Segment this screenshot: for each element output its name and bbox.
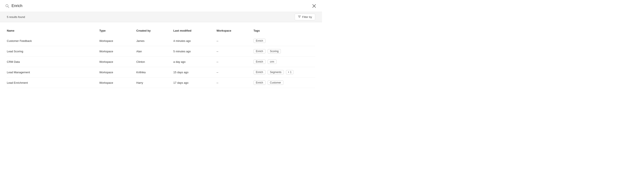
cell-type: Workspace — [99, 57, 136, 67]
cell-name: Lead Management — [7, 67, 99, 78]
results-bar: 5 results found Filter by — [0, 12, 322, 22]
search-icon — [5, 4, 10, 8]
cell-name: Lead Scoring — [7, 46, 99, 57]
cell-type: Workspace — [99, 46, 136, 57]
svg-line-1 — [8, 7, 9, 8]
cell-type: Workspace — [99, 78, 136, 88]
table-row[interactable]: Lead EnrichmentWorkspaceHarry17 days ago… — [7, 78, 315, 88]
cell-workspace: -- — [216, 36, 254, 46]
cell-created-by: James — [136, 36, 173, 46]
tag-badge[interactable]: Enrich — [254, 60, 266, 64]
close-button[interactable] — [311, 3, 317, 9]
table-row[interactable]: CRM DataWorkspaceClintona day ago--Enric… — [7, 57, 315, 67]
col-header-created: Created by — [136, 27, 173, 36]
cell-name: Customer Feedback — [7, 36, 99, 46]
filter-icon — [298, 15, 301, 19]
table-row[interactable]: Customer FeedbackWorkspaceJames4 minutes… — [7, 36, 315, 46]
cell-tags: Enrichcrm — [254, 57, 315, 67]
col-header-modified: Last modified — [173, 27, 216, 36]
col-header-type: Type — [99, 27, 136, 36]
cell-name: Lead Enrichment — [7, 78, 99, 88]
cell-workspace: -- — [216, 46, 254, 57]
cell-name: CRM Data — [7, 57, 99, 67]
tag-badge[interactable]: crm — [268, 60, 276, 64]
cell-tags: EnrichSegments+ 1 — [254, 67, 315, 78]
table-row[interactable]: Lead ScoringWorkspaceAlan5 minutes ago--… — [7, 46, 315, 57]
cell-workspace: -- — [216, 67, 254, 78]
cell-workspace: -- — [216, 57, 254, 67]
results-table: Name Type Created by Last modified Works… — [7, 27, 315, 88]
cell-last-modified: 15 days ago — [173, 67, 216, 78]
col-header-tags: Tags — [254, 27, 315, 36]
table-container: Name Type Created by Last modified Works… — [0, 22, 322, 95]
tag-badge[interactable]: Enrich — [254, 49, 266, 53]
cell-created-by: Krithika — [136, 67, 173, 78]
tag-badge[interactable]: Scoring — [268, 49, 281, 53]
table-header-row: Name Type Created by Last modified Works… — [7, 27, 315, 36]
filter-label: Filter by — [302, 15, 312, 19]
cell-type: Workspace — [99, 36, 136, 46]
col-header-name: Name — [7, 27, 99, 36]
table-row[interactable]: Lead ManagementWorkspaceKrithika15 days … — [7, 67, 315, 78]
col-header-workspace: Workspace — [216, 27, 254, 36]
extra-tags-badge[interactable]: + 1 — [286, 70, 294, 74]
tag-badge[interactable]: Segments — [268, 70, 284, 74]
search-bar: Enrich — [0, 0, 322, 12]
results-count: 5 results found — [7, 15, 25, 19]
cell-last-modified: 4 minutes ago — [173, 36, 216, 46]
cell-tags: Enrich — [254, 36, 315, 46]
tag-badge[interactable]: Enrich — [254, 39, 266, 43]
tag-badge[interactable]: Enrich — [254, 81, 266, 85]
cell-last-modified: a day ago — [173, 57, 216, 67]
filter-button[interactable]: Filter by — [295, 14, 315, 20]
cell-tags: EnrichScoring — [254, 46, 315, 57]
cell-workspace: -- — [216, 78, 254, 88]
tag-badge[interactable]: Enrich — [254, 70, 266, 74]
tag-badge[interactable]: Customer — [268, 81, 284, 85]
cell-created-by: Alan — [136, 46, 173, 57]
cell-created-by: Harry — [136, 78, 173, 88]
cell-created-by: Clinton — [136, 57, 173, 67]
cell-last-modified: 17 days ago — [173, 78, 216, 88]
search-input[interactable]: Enrich — [12, 4, 309, 8]
cell-last-modified: 5 minutes ago — [173, 46, 216, 57]
cell-type: Workspace — [99, 67, 136, 78]
cell-tags: EnrichCustomer — [254, 78, 315, 88]
